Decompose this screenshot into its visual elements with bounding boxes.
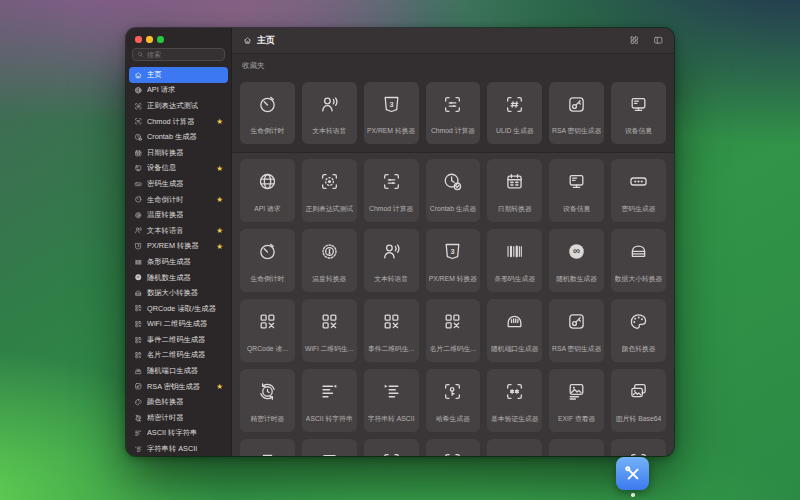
tool-card[interactable]: 设备信息 xyxy=(611,82,666,144)
sidebar-item[interactable]: 生命倒计时★ xyxy=(129,192,228,208)
sidebar-item[interactable]: 名片二维码生成器 xyxy=(129,348,228,364)
tool-card[interactable]: PX/REM 转换器 xyxy=(426,229,481,292)
tool-card[interactable]: 数据大小转换器 xyxy=(611,229,666,292)
tool-card[interactable]: EXIF 查看器 xyxy=(549,369,604,432)
sidebar-item-label: 名片二维码生成器 xyxy=(147,350,205,360)
ascii-left-icon xyxy=(319,381,340,402)
sidebar-item[interactable]: 事件二维码生成器 xyxy=(129,332,228,348)
tool-card[interactable]: PX/REM 转换器 xyxy=(364,82,419,144)
tool-card[interactable]: Chmod 计算器 xyxy=(426,82,481,144)
sidebar-item[interactable]: 日期转换器 xyxy=(129,145,228,161)
tool-card-label: 哈希生成器 xyxy=(436,414,470,424)
sidebar-item[interactable]: WiFi 二维码生成器 xyxy=(129,317,228,333)
search-icon xyxy=(137,51,144,58)
sidebar-item[interactable]: 字符串转 ASCII xyxy=(129,441,228,456)
minimize-window-button[interactable] xyxy=(146,36,153,43)
tool-card[interactable] xyxy=(302,439,357,456)
tool-card[interactable]: WiFi 二维码生... xyxy=(302,299,357,362)
sidebar-item[interactable]: 随机数生成器 xyxy=(129,270,228,286)
tool-card[interactable]: 随机数生成器 xyxy=(549,229,604,292)
tool-card-label: RSA 密钥生成器 xyxy=(552,344,601,354)
tool-card[interactable] xyxy=(426,439,481,456)
tool-card[interactable]: RSA 密钥生成器 xyxy=(549,299,604,362)
sidebar-item[interactable]: QRCode 读取/生成器 xyxy=(129,301,228,317)
tool-card[interactable]: 生命倒计时 xyxy=(240,82,295,144)
tool-card[interactable]: 名片二维码生... xyxy=(426,299,481,362)
sidebar-item[interactable]: 温度转换器 xyxy=(129,207,228,223)
ascii-right-icon xyxy=(134,445,143,454)
tool-card[interactable]: 随机端口生成器 xyxy=(487,299,542,362)
tool-card[interactable]: 基本验证生成器 xyxy=(487,369,542,432)
tool-card[interactable]: 文本转语音 xyxy=(302,82,357,144)
tool-card[interactable] xyxy=(240,439,295,456)
barcode-icon xyxy=(134,258,143,267)
ascii-left-icon xyxy=(134,429,143,438)
close-window-button[interactable] xyxy=(135,36,142,43)
tool-card[interactable]: ULID 生成器 xyxy=(487,82,542,144)
infinity-icon xyxy=(134,273,143,282)
sidebar-item[interactable]: 密码生成器 xyxy=(129,176,228,192)
sidebar-item[interactable]: 设备信息★ xyxy=(129,161,228,177)
base64-icon xyxy=(628,381,649,402)
zoom-window-button[interactable] xyxy=(157,36,164,43)
tool-card[interactable] xyxy=(364,439,419,456)
search-box[interactable] xyxy=(132,48,225,61)
toggle-sidebar-button[interactable] xyxy=(653,35,664,46)
sidebar-item[interactable]: Chmod 计算器★ xyxy=(129,114,228,130)
tool-card[interactable]: 图片转 Base64 xyxy=(611,369,666,432)
sidebar-item-label: Crontab 生成器 xyxy=(147,132,197,142)
tool-card[interactable]: API 请求 xyxy=(240,159,295,222)
tool-card[interactable]: 精密计时器 xyxy=(240,369,295,432)
sidebar-item[interactable]: Crontab 生成器 xyxy=(129,129,228,145)
tool-card[interactable]: 字符串转 ASCII xyxy=(364,369,419,432)
tool-card[interactable]: ASCII 转字符串 xyxy=(302,369,357,432)
sidebar-item[interactable]: ASCII 转字符串 xyxy=(129,426,228,442)
tool-card[interactable]: 事件二维码生... xyxy=(364,299,419,362)
tool-card[interactable]: RSA 密钥生成器 xyxy=(549,82,604,144)
tools-dock-icon[interactable] xyxy=(616,457,649,490)
sidebar-item[interactable]: 主页 xyxy=(129,67,228,83)
tool-card[interactable]: 颜色转换器 xyxy=(611,299,666,362)
timer-sync-icon xyxy=(257,381,278,402)
tool-card[interactable]: 文本转语音 xyxy=(364,229,419,292)
sidebar-item[interactable]: API 请求 xyxy=(129,83,228,99)
speech-icon xyxy=(134,226,143,235)
tool-card[interactable]: 温度转换器 xyxy=(302,229,357,292)
tool-card[interactable]: 正则表达式测试 xyxy=(302,159,357,222)
sidebar-item[interactable]: 文本转语音★ xyxy=(129,223,228,239)
tool-card[interactable]: Aa xyxy=(549,439,604,456)
clock-check-icon xyxy=(134,133,143,142)
tool-card[interactable]: 密码生成器 xyxy=(611,159,666,222)
key-icon xyxy=(566,94,587,115)
sidebar-item[interactable]: 数据大小转换器 xyxy=(129,285,228,301)
sidebar-item[interactable]: 条形码生成器 xyxy=(129,254,228,270)
tool-card[interactable]: 生命倒计时 xyxy=(240,229,295,292)
sidebar-item[interactable]: PX/REM 转换器★ xyxy=(129,239,228,255)
home-content: 收藏夹 生命倒计时文本转语音PX/REM 转换器Chmod 计算器ULID 生成… xyxy=(232,54,674,456)
sidebar-item[interactable]: 颜色转换器 xyxy=(129,394,228,410)
sidebar-item[interactable]: 精密计时器 xyxy=(129,410,228,426)
tool-card[interactable] xyxy=(611,439,666,456)
tool-card[interactable]: QRCode 读... xyxy=(240,299,295,362)
grid-view-button[interactable] xyxy=(629,35,640,46)
sidebar-item-label: 温度转换器 xyxy=(147,210,183,220)
sidebar-item[interactable]: 正则表达式测试 xyxy=(129,98,228,114)
sidebar-item[interactable]: RSA 密钥生成器★ xyxy=(129,379,228,395)
tool-card[interactable]: 条形码生成器 xyxy=(487,229,542,292)
search-input[interactable] xyxy=(147,51,220,58)
sidebar-item-label: 颜色转换器 xyxy=(147,397,183,407)
sidebar-item[interactable]: 随机端口生成器 xyxy=(129,363,228,379)
all-tools-panel: API 请求正则表达式测试Chmod 计算器Crontab 生成器日期转换器设备… xyxy=(232,152,674,456)
sidebar-item-label: 字符串转 ASCII xyxy=(147,444,197,454)
password-icon xyxy=(134,180,143,189)
tool-card[interactable]: 设备信息 xyxy=(549,159,604,222)
text-uni-icon: UNi xyxy=(504,451,526,456)
tool-card[interactable]: Chmod 计算器 xyxy=(364,159,419,222)
tool-card[interactable]: Crontab 生成器 xyxy=(426,159,481,222)
tool-card[interactable]: 哈希生成器 xyxy=(426,369,481,432)
dock-running-indicator xyxy=(631,493,635,497)
speech-icon xyxy=(319,94,340,115)
tool-card[interactable]: 日期转换器 xyxy=(487,159,542,222)
tool-card[interactable]: UNi xyxy=(487,439,542,456)
sidebar-item-label: 数据大小转换器 xyxy=(147,288,198,298)
